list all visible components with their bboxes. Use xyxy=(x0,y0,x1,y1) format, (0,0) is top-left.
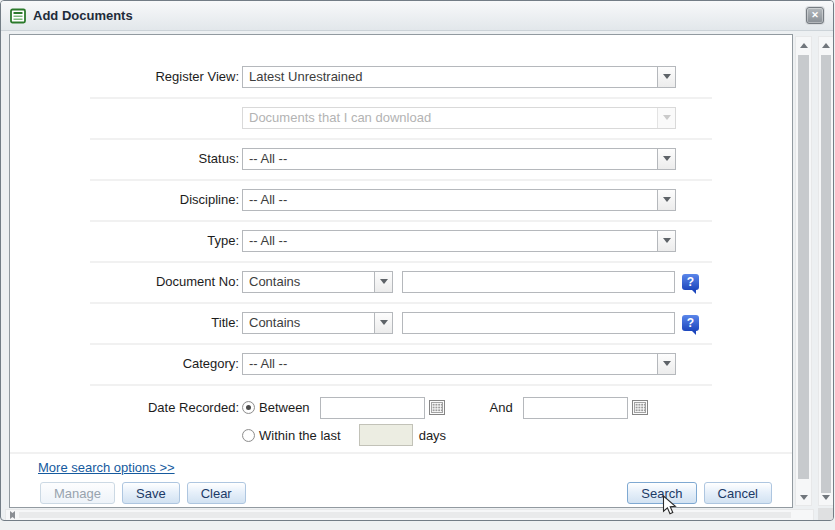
saved-search-value: Documents that I can download xyxy=(243,108,657,128)
between-radio[interactable] xyxy=(242,401,255,414)
title-operator-combo[interactable]: Contains xyxy=(242,312,393,334)
document-no-input[interactable] xyxy=(402,271,675,293)
help-icon[interactable]: ? xyxy=(682,274,699,290)
document-register-icon xyxy=(10,8,26,24)
status-combo[interactable]: -- All -- xyxy=(242,148,676,170)
section-separator xyxy=(10,452,792,454)
discipline-label: Discipline: xyxy=(10,192,239,207)
saved-search-row: Documents that I can download xyxy=(10,97,792,138)
inner-vertical-scrollbar[interactable] xyxy=(795,36,812,506)
horizontal-scrollbar-thumb[interactable] xyxy=(19,512,791,518)
register-view-combo[interactable]: Latest Unrestrained xyxy=(242,66,676,88)
outer-vertical-scrollbar[interactable] xyxy=(818,36,834,506)
outer-scrollbar-thumb[interactable] xyxy=(821,55,831,493)
date-recorded-within-row: Within the last days xyxy=(10,422,792,448)
date-to-input[interactable] xyxy=(523,397,628,419)
manage-button[interactable]: Manage xyxy=(40,482,115,504)
type-combo[interactable]: -- All -- xyxy=(242,230,676,252)
category-value: -- All -- xyxy=(243,354,657,374)
discipline-value: -- All -- xyxy=(243,190,657,210)
register-view-row: Register View: Latest Unrestrained xyxy=(10,56,792,97)
date-from-input[interactable] xyxy=(320,397,425,419)
more-search-options-link[interactable]: More search options >> xyxy=(38,460,175,475)
search-form-panel: Register View: Latest Unrestrained Docum… xyxy=(9,34,793,508)
help-icon[interactable]: ? xyxy=(682,315,699,331)
calendar-icon[interactable] xyxy=(429,400,445,415)
category-label: Category: xyxy=(10,356,239,371)
close-icon: ✕ xyxy=(811,10,819,20)
chevron-down-icon[interactable] xyxy=(374,272,392,292)
saved-search-combo: Documents that I can download xyxy=(242,107,676,129)
type-label: Type: xyxy=(10,233,239,248)
register-view-value: Latest Unrestrained xyxy=(243,67,657,87)
document-no-label: Document No: xyxy=(10,274,239,289)
save-button[interactable]: Save xyxy=(122,482,180,504)
scroll-down-icon[interactable] xyxy=(796,489,811,505)
title-operator-value: Contains xyxy=(243,313,374,333)
chevron-down-icon[interactable] xyxy=(657,354,675,374)
type-value: -- All -- xyxy=(243,231,657,251)
status-row: Status: -- All -- xyxy=(10,138,792,179)
chevron-down-icon[interactable] xyxy=(374,313,392,333)
scroll-up-icon[interactable] xyxy=(819,37,833,53)
search-button[interactable]: Search xyxy=(627,482,696,504)
horizontal-scrollbar[interactable] xyxy=(5,509,814,521)
scrollbar-corner xyxy=(818,508,834,521)
status-value: -- All -- xyxy=(243,149,657,169)
calendar-icon[interactable] xyxy=(632,400,648,415)
title-label: Title: xyxy=(10,315,239,330)
inner-scrollbar-thumb[interactable] xyxy=(798,55,809,479)
page-background: Add Documents ✕ Register View: Latest Un… xyxy=(0,0,835,530)
chevron-down-icon xyxy=(657,108,675,128)
within-last-label: Within the last xyxy=(259,428,341,443)
chevron-down-icon[interactable] xyxy=(657,149,675,169)
dialog-titlebar[interactable]: Add Documents ✕ xyxy=(1,1,833,31)
category-row: Category: -- All -- xyxy=(10,343,792,384)
title-input[interactable] xyxy=(402,312,675,334)
chevron-down-icon[interactable] xyxy=(657,231,675,251)
category-combo[interactable]: -- All -- xyxy=(242,353,676,375)
and-label: And xyxy=(490,400,513,415)
within-last-radio[interactable] xyxy=(242,429,255,442)
days-input[interactable] xyxy=(359,424,413,446)
chevron-down-icon[interactable] xyxy=(657,67,675,87)
status-label: Status: xyxy=(10,151,239,166)
type-row: Type: -- All -- xyxy=(10,220,792,261)
discipline-combo[interactable]: -- All -- xyxy=(242,189,676,211)
cancel-button[interactable]: Cancel xyxy=(704,482,772,504)
scroll-down-icon[interactable] xyxy=(819,489,833,505)
title-row: Title: Contains ? xyxy=(10,302,792,343)
footer-left-buttons: Manage Save Clear xyxy=(40,482,246,504)
add-documents-dialog: Add Documents ✕ Register View: Latest Un… xyxy=(0,0,834,521)
document-no-row: Document No: Contains ? xyxy=(10,261,792,302)
chevron-down-icon[interactable] xyxy=(657,190,675,210)
date-recorded-label: Date Recorded: xyxy=(10,400,239,415)
dialog-title: Add Documents xyxy=(33,8,133,23)
scroll-up-icon[interactable] xyxy=(796,37,811,53)
days-label: days xyxy=(419,428,446,443)
close-button[interactable]: ✕ xyxy=(806,7,824,24)
discipline-row: Discipline: -- All -- xyxy=(10,179,792,220)
document-no-operator-value: Contains xyxy=(243,272,374,292)
footer-right-buttons: Search Cancel xyxy=(627,482,772,504)
between-label: Between xyxy=(259,400,310,415)
register-view-label: Register View: xyxy=(10,69,239,84)
scroll-right-icon[interactable] xyxy=(6,510,18,520)
document-no-operator-combo[interactable]: Contains xyxy=(242,271,393,293)
clear-button[interactable]: Clear xyxy=(187,482,246,504)
